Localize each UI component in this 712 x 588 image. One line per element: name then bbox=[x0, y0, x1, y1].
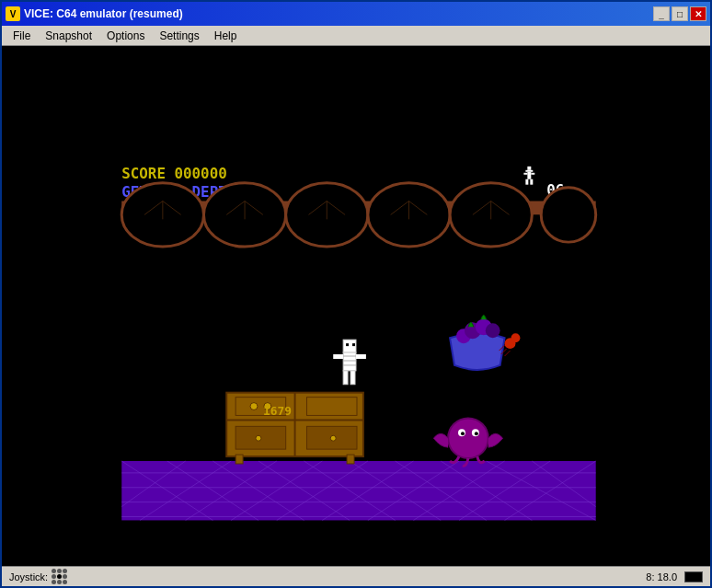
speed-display: 8: 18.0 bbox=[646, 571, 677, 582]
game-area: SCORE 000000 GEMS 00 DEPTH 15 06 bbox=[2, 46, 710, 586]
svg-rect-73 bbox=[347, 455, 354, 464]
svg-point-88 bbox=[486, 323, 500, 338]
svg-rect-78 bbox=[333, 354, 343, 359]
game-canvas: SCORE 000000 GEMS 00 DEPTH 15 06 bbox=[2, 46, 710, 566]
svg-rect-3 bbox=[527, 167, 531, 170]
minimize-button[interactable]: _ bbox=[653, 6, 670, 21]
svg-rect-79 bbox=[356, 354, 366, 359]
svg-point-18 bbox=[541, 188, 595, 242]
game-graphics: SCORE 000000 GEMS 00 DEPTH 15 06 bbox=[2, 46, 710, 566]
status-right: 8: 18.0 bbox=[646, 571, 703, 582]
svg-rect-34 bbox=[121, 461, 595, 520]
svg-rect-4 bbox=[525, 170, 533, 172]
svg-rect-6 bbox=[523, 173, 527, 175]
status-bar: Joystick: 8: 18.0 bbox=[2, 566, 710, 586]
svg-point-71 bbox=[330, 435, 336, 441]
svg-point-98 bbox=[475, 432, 478, 435]
main-window: V VICE: C64 emulator (resumed) _ □ ✕ Fil… bbox=[0, 0, 712, 588]
svg-text:SCORE 000000: SCORE 000000 bbox=[121, 165, 226, 182]
svg-rect-8 bbox=[525, 179, 528, 185]
menu-settings[interactable]: Settings bbox=[152, 28, 206, 44]
svg-rect-77 bbox=[343, 352, 356, 371]
window-controls: _ □ ✕ bbox=[653, 6, 706, 21]
maximize-button[interactable]: □ bbox=[672, 6, 688, 21]
svg-point-97 bbox=[461, 432, 465, 435]
svg-rect-9 bbox=[530, 179, 533, 185]
svg-rect-76 bbox=[352, 343, 355, 346]
svg-point-94 bbox=[448, 418, 488, 458]
svg-point-90 bbox=[511, 333, 521, 342]
svg-point-70 bbox=[256, 435, 261, 441]
svg-rect-7 bbox=[531, 173, 534, 175]
svg-text:1679: 1679 bbox=[263, 404, 292, 418]
svg-rect-83 bbox=[343, 371, 348, 385]
joystick-dots bbox=[52, 569, 67, 584]
svg-rect-5 bbox=[527, 172, 531, 179]
joystick-indicator: Joystick: bbox=[9, 569, 67, 584]
menu-bar: File Snapshot Options Settings Help bbox=[2, 26, 710, 46]
menu-help[interactable]: Help bbox=[207, 28, 245, 44]
svg-rect-75 bbox=[346, 343, 349, 346]
title-bar: V VICE: C64 emulator (resumed) _ □ ✕ bbox=[2, 2, 710, 26]
svg-point-63 bbox=[250, 403, 258, 410]
close-button[interactable]: ✕ bbox=[690, 6, 706, 21]
color-indicator bbox=[684, 571, 703, 582]
window-title: VICE: C64 emulator (resumed) bbox=[24, 7, 649, 20]
svg-rect-84 bbox=[350, 371, 355, 385]
window-icon: V bbox=[6, 6, 20, 21]
menu-options[interactable]: Options bbox=[99, 28, 152, 44]
joystick-label: Joystick: bbox=[9, 571, 48, 582]
svg-rect-72 bbox=[235, 455, 243, 464]
menu-file[interactable]: File bbox=[6, 28, 38, 44]
menu-snapshot[interactable]: Snapshot bbox=[38, 28, 99, 44]
